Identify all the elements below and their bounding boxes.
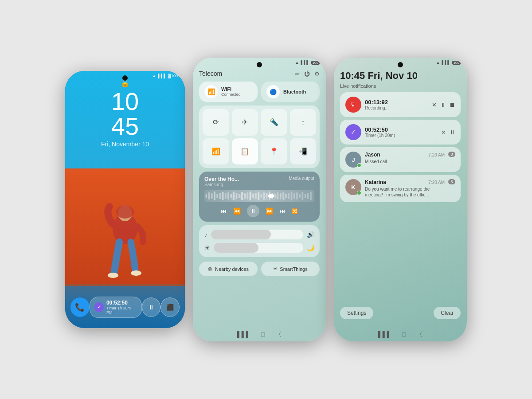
notification-header: 10:45 Fri, Nov 10 Live notifications xyxy=(340,70,461,89)
person-figure xyxy=(96,189,154,288)
rewind-icon[interactable]: ⏪ xyxy=(233,207,241,215)
svg-rect-14 xyxy=(230,194,232,198)
nearby-devices-button[interactable]: ◎ Nearby devices xyxy=(199,262,258,276)
power-icon[interactable]: ⏻ xyxy=(304,70,310,77)
toggle-airplane[interactable]: ✈ xyxy=(232,109,258,136)
play-pause-button[interactable]: ⏸ xyxy=(247,205,259,217)
volume-slider-row: ♪ 🔊 xyxy=(204,230,314,239)
katarina-name: Katarina xyxy=(365,179,386,185)
timer-notification[interactable]: ✓ 00:52:50 Timer (1h 30m) ✕ ⏸ xyxy=(340,120,461,145)
svg-rect-24 xyxy=(258,192,259,200)
pause-button[interactable]: ⏸ xyxy=(142,297,161,317)
svg-rect-30 xyxy=(271,193,273,199)
katarina-online-indicator xyxy=(357,191,361,195)
svg-rect-9 xyxy=(216,194,218,198)
toggle-flashlight[interactable]: 🔦 xyxy=(261,109,287,136)
svg-rect-39 xyxy=(296,192,298,200)
brightness-sun-icon: ☀ xyxy=(204,244,210,251)
svg-point-29 xyxy=(268,194,273,198)
svg-rect-22 xyxy=(252,194,254,198)
bluetooth-toggle[interactable]: 🔵 Bluetooth xyxy=(261,82,320,102)
timer-icon: ✓ xyxy=(94,302,104,312)
online-indicator xyxy=(357,163,361,168)
toggle-location[interactable]: 📍 xyxy=(261,138,287,165)
recording-card-row: 🎙 00:13:92 Recording... ✕ ⏸ ⏹ xyxy=(345,97,455,113)
wifi-status-text: Connected xyxy=(221,92,241,98)
nav-recents-button[interactable]: 〈 xyxy=(275,331,282,339)
volume-slider[interactable] xyxy=(211,230,303,239)
lock-screen-info: 🔒 10 45 Fri, November 10 xyxy=(65,79,185,148)
recording-info: 00:13:92 Recording... xyxy=(365,99,428,110)
brightness-slider-row: ☀ 🌙 xyxy=(204,243,314,253)
settings-button[interactable]: Settings xyxy=(340,307,373,319)
katarina-preview: Do you want me to rearrange the meeting?… xyxy=(365,186,445,198)
svg-rect-38 xyxy=(293,193,295,199)
edit-icon[interactable]: ✏ xyxy=(295,70,300,77)
status-bar-2: ▲ ▌▌▌ 100 xyxy=(295,60,320,65)
toggle-rotate[interactable]: ⟳ xyxy=(203,109,229,136)
recording-stop-icon[interactable]: ⏹ xyxy=(450,102,455,108)
wifi-icon-cc: 📶 xyxy=(204,85,218,98)
nav-home-button[interactable]: □ xyxy=(261,331,265,339)
recording-notification[interactable]: 🎙 00:13:92 Recording... ✕ ⏸ ⏹ xyxy=(340,92,461,117)
smartthings-icon: ✳ xyxy=(273,266,277,272)
signal-status-3: ▌▌▌ xyxy=(442,60,450,65)
smartthings-label: SmartThings xyxy=(280,266,307,272)
battery-status: 100 xyxy=(311,61,320,65)
prev-track-icon[interactable]: ⏮ xyxy=(221,207,227,215)
notifications-content: 10:45 Fri, Nov 10 Live notifications 🎙 0… xyxy=(334,58,467,341)
katarina-badge: 5 xyxy=(448,179,455,184)
toggle-sound[interactable]: ↕ xyxy=(290,109,317,136)
signal-icon: ▌▌▌ xyxy=(158,74,166,78)
smartthings-button[interactable]: ✳ SmartThings xyxy=(261,262,320,276)
clear-button[interactable]: Clear xyxy=(434,307,461,319)
svg-rect-23 xyxy=(255,193,257,199)
katarina-message-notification[interactable]: K Katarina 7:20 AM Do you want me to rea… xyxy=(340,175,461,202)
svg-rect-6 xyxy=(208,192,210,200)
fast-forward-icon[interactable]: ⏩ xyxy=(266,207,273,215)
nav-home-button-3[interactable]: □ xyxy=(402,331,406,339)
nav-back-button-3[interactable]: ▌▌▌ xyxy=(378,331,391,339)
cc-action-icons: ✏ ⏻ ⚙ xyxy=(295,70,320,77)
toggle-mobile[interactable]: 📲 xyxy=(290,138,317,165)
video-icon[interactable]: ⬛ xyxy=(160,297,180,317)
svg-rect-42 xyxy=(305,194,306,198)
svg-point-4 xyxy=(131,270,141,276)
recording-close-icon[interactable]: ✕ xyxy=(432,102,437,108)
bottom-quick-buttons: ◎ Nearby devices ✳ SmartThings xyxy=(199,262,320,276)
toggle-clipboard[interactable]: 📋 xyxy=(232,138,258,165)
shuffle-icon[interactable]: 🔀 xyxy=(292,208,298,214)
recording-time: 00:13:92 xyxy=(365,99,428,106)
recording-actions: ✕ ⏸ ⏹ xyxy=(432,102,455,108)
phone-notch-3 xyxy=(398,62,403,67)
timer-pill[interactable]: ✓ 00:52:50 Timer 1h 30m PM xyxy=(90,297,142,318)
wifi-toggle[interactable]: 📶 WiFi Connected xyxy=(199,82,258,102)
status-bar: ▲ ▌▌▌ ▓100 xyxy=(65,74,185,78)
nav-back-button[interactable]: ▌▌▌ xyxy=(237,331,250,339)
svg-rect-12 xyxy=(225,193,227,199)
cc-header: Telecom ✏ ⏻ ⚙ xyxy=(199,70,320,77)
jason-preview: Missed call xyxy=(365,159,445,164)
timer-close-icon[interactable]: ✕ xyxy=(441,129,446,136)
recording-pause-icon[interactable]: ⏸ xyxy=(440,102,446,108)
settings-icon[interactable]: ⚙ xyxy=(314,70,320,77)
call-icon[interactable]: 📞 xyxy=(70,297,90,317)
bluetooth-label: Bluetooth xyxy=(283,89,306,95)
svg-rect-11 xyxy=(222,192,224,200)
control-center-content: Telecom ✏ ⏻ ⚙ 📶 WiFi Connected 🔵 Bluetoo… xyxy=(193,58,326,341)
brightness-slider[interactable] xyxy=(214,243,303,253)
svg-rect-41 xyxy=(301,192,303,200)
bottom-bar: 📞 ✓ 00:52:50 Timer 1h 30m PM ⏸ ⬛ xyxy=(65,286,185,328)
svg-rect-35 xyxy=(285,194,287,198)
timer-pause-icon[interactable]: ⏸ xyxy=(450,129,455,136)
katarina-time: 7:20 AM xyxy=(428,180,445,185)
wifi-status-3: ▲ xyxy=(436,60,440,65)
nav-recents-button-3[interactable]: 〈 xyxy=(416,331,422,339)
next-track-icon[interactable]: ⏭ xyxy=(279,207,286,215)
toggle-nfc[interactable]: 📶 xyxy=(203,138,229,165)
svg-rect-5 xyxy=(205,194,207,198)
jason-message-notification[interactable]: J Jason 7:20 AM Missed call 3 xyxy=(340,147,461,172)
volume-note-icon: ♪ xyxy=(204,231,207,238)
svg-rect-18 xyxy=(241,192,243,200)
svg-rect-43 xyxy=(307,193,309,199)
